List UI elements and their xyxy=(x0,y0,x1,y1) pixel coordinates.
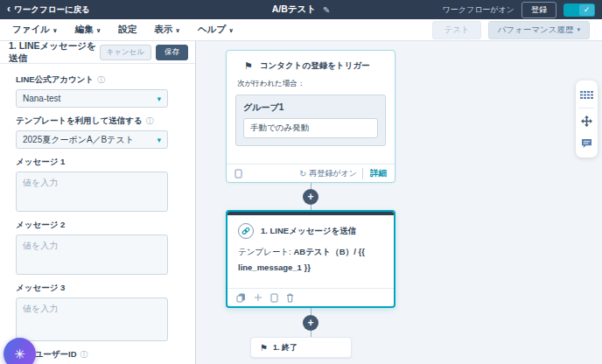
message1-label: メッセージ 1 xyxy=(16,157,168,168)
menu-view[interactable]: 表示 ∨ xyxy=(154,24,180,36)
connector-line xyxy=(311,183,312,189)
trigger-card[interactable]: ⚑ コンタクトの登録をトリガー 次が行われた場合： グループ1 手動でのみ発動 … xyxy=(226,50,396,183)
chevron-down-icon: ∨ xyxy=(52,27,58,34)
trigger-card-footer: ↻ 再登録がオン 詳細 xyxy=(227,164,395,182)
back-chevron-icon: ‹ xyxy=(7,4,10,14)
template-select[interactable]: 2025夏クーポンA／Bテスト ▾ xyxy=(16,130,168,149)
toolbar-divider xyxy=(579,108,594,108)
save-button[interactable]: 保存 xyxy=(156,45,188,60)
menu-file[interactable]: ファイル ∨ xyxy=(12,24,58,36)
menu-help-label: ヘルプ xyxy=(198,24,226,36)
connector-line xyxy=(311,331,312,337)
account-field-label: LINE公式アカウント ⓘ xyxy=(16,74,168,86)
chevron-down-icon: ▾ xyxy=(157,136,161,144)
chevron-down-icon: ▾ xyxy=(157,94,161,103)
account-label-text: LINE公式アカウント xyxy=(16,74,94,86)
chevron-down-icon: ∨ xyxy=(228,27,234,34)
info-icon[interactable]: ⓘ xyxy=(80,349,88,360)
canvas-side-toolbar xyxy=(576,80,598,158)
menu-edit[interactable]: 編集 ∨ xyxy=(75,24,102,36)
performance-history-button[interactable]: パフォーマンス履歴 ▾ xyxy=(488,21,590,39)
action-title: 1. LINEメッセージを送信 xyxy=(261,226,356,237)
trigger-group-box[interactable]: グループ1 手動でのみ発動 xyxy=(235,94,386,146)
refresh-icon: ↻ xyxy=(299,169,306,178)
action-card-selected[interactable]: 1. LINEメッセージを送信 テンプレート: ABテスト（B）/ {{ lin… xyxy=(226,210,396,308)
action-card-footer xyxy=(228,288,394,306)
copy-icon[interactable] xyxy=(270,293,278,303)
end-title: 1. 終了 xyxy=(273,342,298,354)
info-icon[interactable]: ⓘ xyxy=(146,116,154,127)
chevron-down-icon: ∨ xyxy=(175,27,180,34)
back-to-workflow-link[interactable]: ‹ ワークフローに戻る xyxy=(7,4,90,16)
menu-settings[interactable]: 設定 xyxy=(118,24,136,36)
delete-icon[interactable] xyxy=(286,293,294,303)
connector-line xyxy=(311,308,312,315)
details-link[interactable]: 詳細 xyxy=(362,168,387,179)
message2-textarea[interactable] xyxy=(16,234,168,275)
action-edit-panel: 1. LINEメッセージを送信 キャンセル 保存 LINE公式アカウント ⓘ N… xyxy=(0,41,196,364)
group-condition-value: 手動でのみ発動 xyxy=(243,118,378,138)
test-button[interactable]: テスト xyxy=(432,21,480,39)
add-step-button[interactable]: + xyxy=(303,189,318,205)
menu-view-label: 表示 xyxy=(154,24,172,36)
end-card[interactable]: ⚑ 1. 終了 xyxy=(250,337,352,358)
message1-label-text: メッセージ 1 xyxy=(16,157,65,168)
message2-label: メッセージ 2 xyxy=(16,220,168,231)
comment-icon[interactable] xyxy=(576,132,598,154)
panel-body: LINE公式アカウント ⓘ Nana-test ▾ テンプレートを利用して送信す… xyxy=(0,64,195,364)
back-label: ワークフローに戻る xyxy=(14,4,90,16)
template-label-text: テンプレートを利用して送信する xyxy=(16,116,143,127)
pan-tool-icon[interactable] xyxy=(576,110,598,132)
menu-help[interactable]: ヘルプ ∨ xyxy=(198,24,234,36)
workflow-title: A/Bテスト xyxy=(272,4,316,16)
cancel-button[interactable]: キャンセル xyxy=(100,45,152,60)
menu-file-label: ファイル xyxy=(12,24,50,36)
connector: + xyxy=(303,308,318,337)
action-body: テンプレート: ABテスト（B）/ {{ line_message_1 }} xyxy=(228,242,394,277)
template-field-label: テンプレートを利用して送信する ⓘ xyxy=(16,116,168,127)
message2-label-text: メッセージ 2 xyxy=(16,220,65,231)
copy-icon[interactable] xyxy=(234,169,242,178)
top-bar: ‹ ワークフローに戻る A/Bテスト ✎ ワークフローがオン 登録 ✓ xyxy=(0,0,602,19)
account-select[interactable]: Nana-test ▾ xyxy=(16,89,168,108)
chevron-down-icon: ∨ xyxy=(96,27,102,34)
message1-textarea[interactable] xyxy=(16,172,168,212)
register-button[interactable]: 登録 xyxy=(522,2,556,18)
user-id-label: LINEユーザーID ⓘ xyxy=(16,349,168,360)
reenrollment-label: 再登録がオン xyxy=(309,168,357,179)
message3-label-text: メッセージ 3 xyxy=(16,283,65,294)
menu-bar: ファイル ∨ 編集 ∨ 設定 表示 ∨ ヘルプ ∨ テスト パフォーマンス履歴 … xyxy=(0,19,602,41)
menu-edit-label: 編集 xyxy=(75,24,94,36)
template-select-value: 2025夏クーポンA／Bテスト xyxy=(23,134,157,146)
reenrollment-status: ↻ 再登録がオン xyxy=(299,168,357,179)
performance-history-label: パフォーマンス履歴 xyxy=(498,24,574,36)
toggle-check-icon: ✓ xyxy=(579,4,594,16)
workflow-canvas[interactable]: ⚑ コンタクトの登録をトリガー 次が行われた場合： グループ1 手動でのみ発動 … xyxy=(197,41,602,364)
flag-icon: ⚑ xyxy=(260,343,268,353)
edit-title-icon[interactable]: ✎ xyxy=(323,5,330,15)
clone-icon[interactable] xyxy=(236,293,246,303)
chevron-down-icon: ▾ xyxy=(577,26,580,33)
add-icon[interactable] xyxy=(254,293,262,302)
add-step-button[interactable]: + xyxy=(303,315,318,331)
panel-header: 1. LINEメッセージを送信 キャンセル 保存 xyxy=(0,41,195,64)
workflow-on-toggle[interactable]: ✓ xyxy=(564,4,595,17)
workflow-status-label: ワークフローがオン xyxy=(443,4,514,16)
message3-textarea[interactable] xyxy=(16,298,168,341)
panel-title: 1. LINEメッセージを送信 xyxy=(9,40,100,65)
group-title: グループ1 xyxy=(243,102,378,114)
flag-icon: ⚑ xyxy=(244,60,253,72)
connector: + xyxy=(303,183,318,210)
ai-assistant-button[interactable]: ✳ xyxy=(4,338,36,364)
menu-settings-label: 設定 xyxy=(118,24,136,36)
minimap-icon[interactable] xyxy=(576,84,598,106)
account-select-value: Nana-test xyxy=(23,94,157,103)
line-message-icon xyxy=(238,223,254,239)
info-icon[interactable]: ⓘ xyxy=(97,74,105,86)
trigger-title: コンタクトの登録をトリガー xyxy=(260,60,370,72)
workflow-title-wrap: A/Bテスト ✎ xyxy=(272,4,331,16)
action-body-prefix: テンプレート: xyxy=(238,247,293,256)
message3-label: メッセージ 3 xyxy=(16,283,168,294)
sparkle-icon: ✳ xyxy=(14,346,25,362)
trigger-condition-label: 次が行われた場合： xyxy=(227,79,395,94)
